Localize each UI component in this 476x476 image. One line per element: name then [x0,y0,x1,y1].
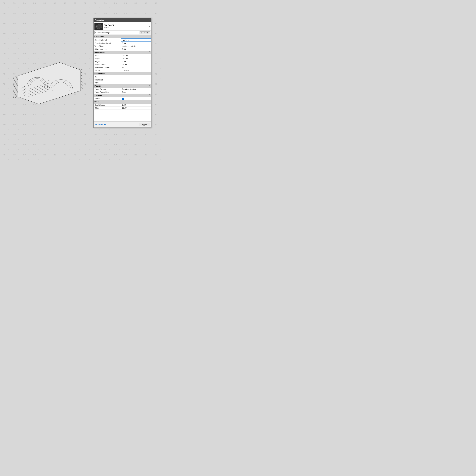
watermark-cell: RD [33,43,36,45]
prop-tassels[interactable]: Tassels ✓ [94,97,151,100]
prop-length[interactable]: Length 230.00 [94,57,151,60]
watermark-cell: RD [155,134,157,136]
collapse-dimensions-icon[interactable]: ⌃ [149,51,150,53]
prop-height-tassel[interactable]: Height Tassel 0.40 [94,103,151,106]
prop-phase-created[interactable]: Phase Created New Construction [94,88,151,91]
watermark-cell: RD [155,22,157,24]
watermark-cell: RD [155,73,157,75]
section-phasing[interactable]: Phasing ⌃ [94,84,151,88]
prop-comments[interactable]: Comments [94,78,151,81]
watermark-plus: + [160,119,161,120]
watermark-cell: RD [114,12,117,14]
watermark-cell: RD [23,134,26,136]
watermark-plus: + [89,98,90,100]
watermark-cell: RD [64,2,66,4]
watermark-cell: RD [104,134,107,136]
watermark-cell: RD [135,144,137,146]
prop-offset-from-host[interactable]: Offset from Host 0.00 [94,48,151,51]
prop-value-tassels[interactable]: ✓ [121,97,151,100]
watermark-cell: RD [23,124,26,125]
prop-number-of-tassels[interactable]: Number Of Tassels 45 [94,66,151,69]
watermark-cell: RD [3,124,6,125]
svg-line-20 [80,69,83,70]
schedule-level-input[interactable] [122,39,150,41]
svg-line-22 [80,72,83,73]
watermark-plus: + [89,68,90,69]
watermark-cell: RD [23,2,26,4]
type-dropdown-value: Generic Models (1) [95,32,110,34]
watermark-plus: + [69,159,70,160]
watermark-cell: RD [84,43,86,45]
watermark-plus: + [18,119,19,120]
watermark-cell: RD [104,2,107,4]
collapse-phasing-icon[interactable]: ⌃ [149,85,150,87]
collapse-visibility-icon[interactable]: ⌃ [149,94,150,97]
prop-height[interactable]: Height 1.00 [94,60,151,63]
watermark-cell: RD [43,134,46,136]
watermark-cell: RD [43,12,46,14]
watermark-cell: RD [84,144,86,146]
svg-line-31 [80,85,83,86]
collapse-constraints-icon[interactable]: ⌃ [149,35,150,38]
watermark-plus: + [89,159,90,160]
watermark-plus: + [160,129,161,130]
section-other[interactable]: Other ⌃ [94,100,151,103]
watermark-cell: RD [114,134,117,136]
collapse-identity-data-icon[interactable]: ⌃ [149,72,150,75]
prop-work-plane[interactable]: Work Plane <not associated> [94,45,151,48]
prop-image[interactable]: Image [94,75,151,78]
watermark-cell: RD [3,73,6,75]
section-constraints[interactable]: Constraints ⌃ [94,35,151,38]
watermark-cell: RD [155,144,157,146]
watermark-plus: + [49,27,49,29]
watermark-cell: RD [155,83,157,85]
prop-label-schedule-level: Schedule Level [94,38,121,42]
section-visibility[interactable]: Visibility ⌃ [94,94,151,97]
watermark-plus: + [79,108,80,110]
prop-offset[interactable]: Offset 66.67 [94,106,151,109]
watermark-cell: RD [23,144,26,146]
prop-elevation-from-level[interactable]: Elevation from Level 0.00 [94,42,151,45]
panel-scroll-arrow[interactable]: ▾ [149,25,150,28]
watermark-plus: + [89,58,90,59]
watermark-cell: RD [33,154,36,156]
prop-value-height-tassel: 0.40 [121,103,151,106]
prop-mark[interactable]: Mark [94,81,151,84]
watermark-plus: + [79,17,80,19]
watermark-plus: + [38,17,39,19]
prop-length-tassel[interactable]: Length Tassel 15.00 [94,63,151,66]
watermark-plus: + [79,48,80,49]
watermark-plus: + [160,17,161,19]
panel-footer: Properties help Apply [94,121,151,127]
section-identity-data[interactable]: Identity Data ⌃ [94,72,151,75]
collapse-other-icon[interactable]: ⌃ [149,101,150,103]
watermark-plus: + [89,7,90,9]
type-dropdown[interactable]: Generic Models (1) ▾ [94,31,139,34]
prop-schedule-level[interactable]: Schedule Level [94,38,151,42]
prop-label-height-tassel: Height Tassel [94,103,121,106]
watermark-plus: + [129,149,130,150]
watermark-plus: + [99,129,100,130]
watermark-plus: + [160,58,161,59]
watermark-plus: + [8,159,9,160]
edit-type-button[interactable]: ⊞ Edit Type [140,31,150,34]
watermark-cell: RD [84,22,86,24]
prop-phase-demolished[interactable]: Phase Demolished None [94,91,151,94]
prop-width[interactable]: Width 200.00 [94,54,151,57]
prop-label-width: Width [94,54,121,57]
watermark-cell: RD [124,154,127,156]
watermark-plus: + [28,129,29,130]
apply-button[interactable]: Apply [139,123,150,126]
tassels-checkbox[interactable]: ✓ [122,98,124,100]
watermark-plus: + [129,159,130,160]
close-button[interactable]: × [149,19,150,21]
watermark-cell: RD [53,134,56,136]
watermark-cell: RD [33,53,36,55]
prop-value-schedule-level[interactable] [121,38,151,42]
watermark-cell: RD [84,53,86,55]
properties-help-link[interactable]: Properties help [95,123,107,126]
section-dimensions[interactable]: Dimensions ⌃ [94,51,151,54]
watermark-cell: RD [13,154,16,156]
watermark-plus: + [139,7,140,9]
watermark-cell: RD [3,2,6,4]
